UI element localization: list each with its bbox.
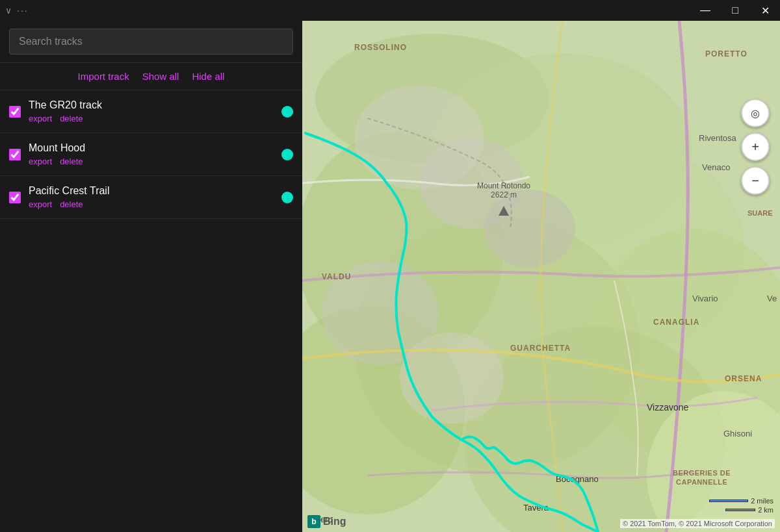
svg-text:BERGERIES DE: BERGERIES DE: [673, 469, 731, 477]
zoom-in-icon: +: [751, 140, 759, 155]
scale-km-row: 2 km: [725, 506, 774, 514]
track-item-1: Mount Hood export delete: [0, 133, 302, 176]
location-button[interactable]: ◎: [741, 99, 770, 127]
title-bar: ∨ ··· — □ ✕: [0, 0, 780, 21]
delete-link-0[interactable]: delete: [60, 114, 83, 123]
menu-dots-icon: ···: [17, 5, 29, 16]
scale-miles-row: 2 miles: [709, 497, 774, 505]
svg-text:CANAGLIA: CANAGLIA: [653, 318, 699, 327]
track-info-2: Pacific Crest Trail export delete: [29, 185, 274, 209]
bing-icon: b: [307, 515, 320, 528]
actions-bar: Import track Show all Hide all: [0, 63, 302, 90]
left-panel: Import track Show all Hide all The GR20 …: [0, 21, 302, 532]
track-name-0: The GR20 track: [29, 99, 274, 111]
svg-text:Vivario: Vivario: [692, 294, 718, 303]
map-svg: ROSSOLINO PORETTO Riventosa Venaco Mount…: [302, 21, 780, 532]
track-indicator-2: [281, 192, 293, 203]
track-actions-2: export delete: [29, 199, 274, 209]
show-all-link[interactable]: Show all: [142, 71, 179, 82]
track-name-1: Mount Hood: [29, 142, 274, 154]
export-link-1[interactable]: export: [29, 157, 52, 166]
window-controls: — □ ✕: [690, 0, 780, 21]
svg-text:CAPANNELLE: CAPANNELLE: [676, 478, 727, 486]
scale-bar-miles: [709, 500, 748, 502]
track-actions-0: export delete: [29, 114, 274, 123]
chevron-icon: ∨: [5, 5, 12, 16]
zoom-in-button[interactable]: +: [741, 133, 770, 161]
track-info-1: Mount Hood export delete: [29, 142, 274, 166]
svg-text:SUARE: SUARE: [748, 209, 773, 217]
svg-text:Mount Rotondo: Mount Rotondo: [477, 181, 530, 190]
track-checkbox-2[interactable]: [9, 192, 21, 203]
track-actions-1: export delete: [29, 157, 274, 166]
main-content: Import track Show all Hide all The GR20 …: [0, 21, 780, 532]
scale-km-label: 2 km: [758, 506, 774, 514]
map-scale: 2 miles 2 km: [709, 497, 774, 514]
track-item-0: The GR20 track export delete: [0, 90, 302, 133]
map-area[interactable]: ROSSOLINO PORETTO Riventosa Venaco Mount…: [302, 21, 780, 532]
svg-point-12: [484, 190, 575, 268]
scale-miles-label: 2 miles: [751, 497, 774, 505]
track-indicator-0: [281, 106, 293, 118]
map-attribution: © 2021 TomTom, © 2021 Microsoft Corporat…: [620, 519, 775, 528]
track-checkbox-0[interactable]: [9, 106, 21, 118]
maximize-button[interactable]: □: [720, 0, 750, 21]
track-indicator-1: [281, 149, 293, 160]
export-link-0[interactable]: export: [29, 114, 52, 123]
delete-link-2[interactable]: delete: [60, 199, 83, 209]
zoom-out-icon: −: [751, 173, 759, 188]
svg-text:Ve: Ve: [767, 294, 777, 303]
minimize-button[interactable]: —: [690, 0, 720, 21]
svg-text:Venaco: Venaco: [702, 162, 730, 172]
svg-point-11: [354, 86, 484, 190]
svg-point-14: [400, 333, 504, 424]
svg-text:ORSENA: ORSENA: [725, 374, 762, 383]
track-info-0: The GR20 track export delete: [29, 99, 274, 123]
import-track-link[interactable]: Import track: [78, 71, 129, 82]
bing-label: Bing: [323, 516, 346, 527]
svg-text:ROSSOLINO: ROSSOLINO: [354, 43, 407, 52]
svg-text:Ghisoni: Ghisoni: [723, 429, 752, 438]
zoom-out-button[interactable]: −: [741, 166, 770, 195]
track-name-2: Pacific Crest Trail: [29, 185, 274, 197]
svg-text:2622 m: 2622 m: [491, 190, 517, 199]
export-link-2[interactable]: export: [29, 199, 52, 209]
track-checkbox-1[interactable]: [9, 149, 21, 160]
search-container: [0, 21, 302, 63]
close-button[interactable]: ✕: [750, 0, 780, 21]
tracks-list: The GR20 track export delete Mount Hood …: [0, 90, 302, 532]
bing-logo: b Bing: [307, 515, 346, 528]
svg-text:Riventosa: Riventosa: [699, 133, 737, 143]
svg-text:VALDU: VALDU: [322, 272, 351, 281]
track-item-2: Pacific Crest Trail export delete: [0, 176, 302, 219]
delete-link-1[interactable]: delete: [60, 157, 83, 166]
svg-text:GUARCHETTA: GUARCHETTA: [510, 344, 571, 353]
map-controls: ◎ + −: [741, 99, 770, 195]
location-icon: ◎: [751, 107, 760, 120]
search-input[interactable]: [9, 29, 293, 55]
scale-bar-km: [725, 509, 755, 511]
hide-all-link[interactable]: Hide all: [192, 71, 224, 82]
svg-text:PORETTO: PORETTO: [705, 49, 748, 58]
svg-text:Vizzavone: Vizzavone: [647, 402, 689, 412]
